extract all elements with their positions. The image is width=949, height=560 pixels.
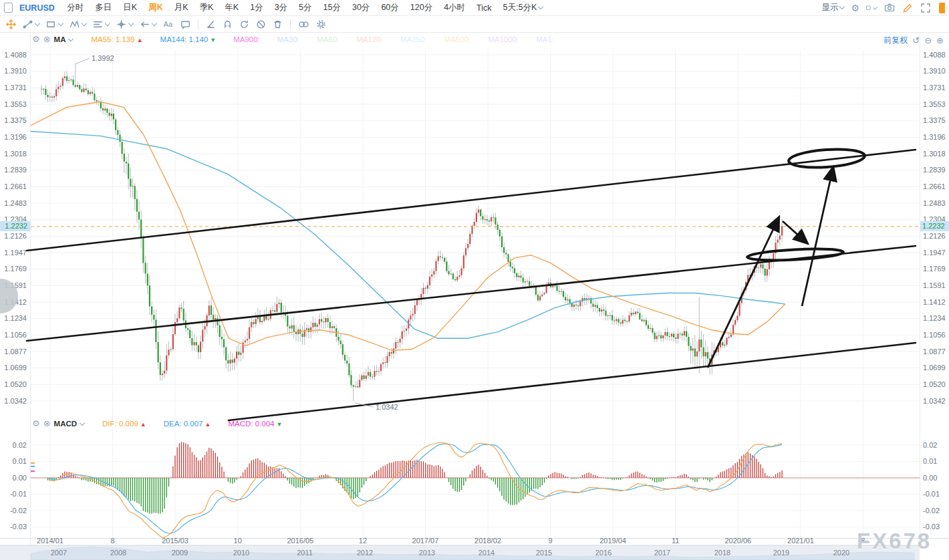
- svg-text:1.0699: 1.0699: [923, 364, 946, 372]
- svg-text:2014: 2014: [479, 549, 495, 557]
- macd-indicator-name[interactable]: MACD: [54, 420, 78, 428]
- svg-text:2021/01: 2021/01: [787, 537, 814, 545]
- svg-text:2015: 2015: [536, 549, 552, 557]
- move-tool[interactable]: [3, 19, 19, 30]
- side-panel-handle[interactable]: [0, 279, 18, 313]
- svg-text:1.2839: 1.2839: [923, 166, 946, 174]
- period-tab-季K[interactable]: 季K: [194, 2, 219, 13]
- navigator-strip[interactable]: 2007200820092010201120122013201420152016…: [0, 545, 920, 560]
- svg-text:0.02: 0.02: [13, 441, 27, 449]
- svg-text:1.2483: 1.2483: [4, 199, 27, 207]
- shape-tool[interactable]: [43, 19, 66, 30]
- svg-text:0.01: 0.01: [13, 457, 27, 465]
- svg-text:0.00: 0.00: [13, 474, 27, 482]
- svg-text:1.0877: 1.0877: [923, 347, 946, 356]
- zoom-in-icon[interactable]: ⊕: [936, 36, 944, 45]
- svg-text:1.0342: 1.0342: [4, 397, 27, 405]
- cross-measure-tool[interactable]: [113, 19, 136, 30]
- period-tab-1分[interactable]: 1分: [245, 2, 269, 13]
- svg-text:-0.01: -0.01: [923, 490, 940, 498]
- svg-text:1.2126: 1.2126: [4, 232, 27, 240]
- trend-line-tool[interactable]: [19, 19, 43, 30]
- period-tab-日K[interactable]: 日K: [118, 2, 143, 13]
- camera-icon[interactable]: [884, 2, 896, 14]
- svg-text:1.1056: 1.1056: [923, 331, 946, 339]
- window-icon[interactable]: [4, 3, 13, 13]
- annotation-lines-tool[interactable]: [90, 19, 113, 30]
- ma-indicator-name[interactable]: MA: [54, 35, 66, 43]
- pencil-icon[interactable]: [902, 2, 914, 14]
- period-tab-30分[interactable]: 30分: [346, 2, 375, 13]
- period-tab-年K[interactable]: 年K: [219, 2, 245, 13]
- period-tab-多日[interactable]: 多日: [90, 2, 118, 13]
- chevron-down-icon[interactable]: [68, 35, 74, 41]
- svg-text:2020/06: 2020/06: [724, 537, 751, 545]
- svg-text:Aa: Aa: [164, 20, 172, 28]
- ma-close-icon[interactable]: ⊗: [43, 35, 51, 43]
- svg-text:0.00: 0.00: [923, 474, 937, 482]
- svg-text:0.02: 0.02: [923, 441, 937, 449]
- replay-tool[interactable]: [236, 19, 253, 30]
- delete-drawings-tool[interactable]: [269, 19, 286, 30]
- text-tool[interactable]: Aa: [160, 19, 177, 30]
- display-menu[interactable]: 显示: [821, 2, 845, 13]
- svg-text:2019/04: 2019/04: [599, 537, 626, 545]
- hide-drawings-tool[interactable]: [253, 19, 269, 30]
- svg-text:1.2483: 1.2483: [923, 199, 946, 207]
- price-callouts: 1.39921.0342: [75, 54, 398, 411]
- period-tab-月K[interactable]: 月K: [168, 2, 194, 13]
- up-triangle-icon: ▲: [205, 421, 211, 428]
- macd-settings-gear-icon[interactable]: ⚙: [32, 419, 40, 428]
- svg-text:1.3018: 1.3018: [4, 150, 27, 158]
- chevron-down-icon: [839, 4, 845, 9]
- grid: [0, 32, 949, 545]
- svg-text:2019: 2019: [773, 549, 789, 557]
- svg-text:1.3731: 1.3731: [923, 84, 946, 92]
- period-tab-3分[interactable]: 3分: [269, 2, 293, 13]
- svg-text:2017/07: 2017/07: [412, 537, 439, 545]
- angle-tool[interactable]: [202, 19, 219, 30]
- chevron-down-icon[interactable]: [80, 420, 85, 425]
- period-tab-周K[interactable]: 周K: [143, 2, 169, 13]
- svg-text:1.0520: 1.0520: [4, 380, 27, 388]
- period-tab-15分[interactable]: 15分: [317, 2, 346, 13]
- compare-tool[interactable]: [295, 19, 313, 30]
- annotations[interactable]: [708, 147, 865, 368]
- moving-averages: [30, 102, 785, 350]
- period-tab-Tick[interactable]: Tick: [471, 3, 497, 13]
- ma-settings-gear-icon[interactable]: ⚙: [32, 35, 40, 43]
- macd-legend-item: DEA: 0.007▲: [164, 420, 211, 428]
- forward-adjust-button[interactable]: 前复权: [884, 35, 908, 46]
- zoom-out-icon[interactable]: ⊖: [924, 36, 932, 45]
- comment-tool[interactable]: [177, 19, 194, 30]
- svg-text:1.0342: 1.0342: [923, 397, 946, 405]
- layout-box-icon[interactable]: [865, 2, 877, 14]
- pattern-tool[interactable]: [66, 19, 90, 30]
- period-tab-120分[interactable]: 120分: [404, 2, 438, 13]
- settings-gear-icon[interactable]: ⚙: [851, 3, 859, 13]
- svg-text:1.3375: 1.3375: [923, 116, 946, 124]
- magnet-tool[interactable]: [219, 19, 236, 30]
- svg-text:1.2661: 1.2661: [923, 182, 946, 190]
- undo-icon[interactable]: ↺: [912, 36, 920, 45]
- ma-legend-item: MA1:: [536, 35, 554, 43]
- svg-text:1.3196: 1.3196: [923, 133, 946, 141]
- arrow-tool[interactable]: [136, 19, 160, 30]
- macd-close-icon[interactable]: ⊗: [43, 419, 51, 428]
- chart-canvas[interactable]: 2007200820092010201120122013201420152016…: [0, 0, 949, 560]
- period-tab-4小时[interactable]: 4小时: [438, 2, 471, 13]
- adjust-controls: 前复权 ↺ ⊖ ⊕: [884, 35, 944, 46]
- svg-text:1.0877: 1.0877: [4, 347, 27, 356]
- period-tab-60分[interactable]: 60分: [376, 2, 404, 13]
- period-tab-5分[interactable]: 5分: [293, 2, 317, 13]
- trendlines[interactable]: [27, 150, 916, 420]
- macd-values: DIF: 0.009▲DEA: 0.007▲MACD: 0.004▼: [85, 420, 282, 428]
- svg-text:1.1947: 1.1947: [923, 249, 946, 257]
- drawing-settings-tool[interactable]: [313, 19, 329, 30]
- period-tab-分时[interactable]: 分时: [61, 2, 90, 13]
- svg-text:1.1234: 1.1234: [923, 314, 946, 322]
- orange-tab-icon[interactable]: [939, 3, 945, 13]
- period-tab-5天:5分K[interactable]: 5天:5分K: [497, 2, 549, 13]
- fullscreen-icon[interactable]: [920, 2, 932, 14]
- symbol-label[interactable]: EURUSD: [18, 3, 61, 13]
